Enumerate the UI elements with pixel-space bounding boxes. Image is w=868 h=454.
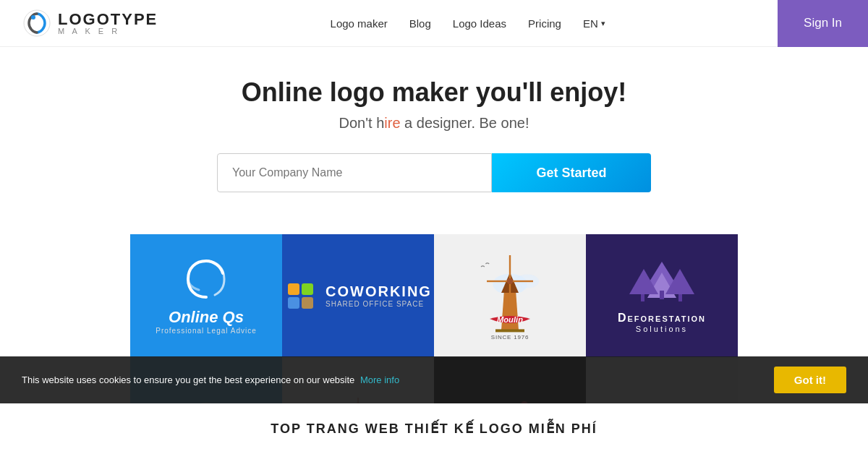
grid-cell-moulin[interactable]: Moulin SINCE 1976 [434, 234, 586, 357]
cookie-more-info-link[interactable]: More info [360, 374, 399, 385]
cookie-accept-button[interactable]: Got it! [774, 367, 846, 393]
cookie-bar: This website uses cookies to ensure you … [0, 356, 868, 403]
grid-cell-coworking[interactable]: COWORKING SHARED OFFICE SPACE [282, 234, 434, 357]
chevron-down-icon: ▾ [601, 19, 605, 28]
online-qs-swirl-icon [184, 257, 228, 301]
coworking-icon [284, 280, 317, 312]
subtitle-hire: ire [384, 115, 400, 131]
nav-links: Logo maker Blog Logo Ideas Pricing EN ▾ [331, 17, 605, 30]
nav-blog[interactable]: Blog [409, 17, 431, 30]
hero-title: Online logo maker you'll enjoy! [14, 77, 854, 108]
grid-cell-online-qs[interactable]: Online Qs Professional Legal Advice [130, 234, 282, 357]
hero-section: Online logo maker you'll enjoy! Don't hi… [0, 47, 868, 234]
nav-pricing[interactable]: Pricing [528, 17, 561, 30]
header: LOGOTYPE M A K E R Logo maker Blog Logo … [0, 0, 868, 47]
bottom-text-bar: TOP TRANG WEB THIẾT KẾ LOGO MIỄN PHÍ [0, 403, 868, 454]
svg-rect-5 [302, 297, 313, 309]
deforestation-name: Deforestation [618, 312, 706, 325]
deforestation-sub: Solutions [618, 325, 706, 333]
svg-rect-4 [288, 297, 299, 309]
search-row: Get Started [14, 153, 854, 192]
hero-subtitle: Don't hire a designer. Be one! [14, 115, 854, 132]
moulin-windmill-icon: Moulin SINCE 1976 [452, 238, 568, 354]
deforestation-logo: Deforestation Solutions [618, 258, 706, 333]
bottom-heading: TOP TRANG WEB THIẾT KẾ LOGO MIỄN PHÍ [271, 421, 597, 437]
subtitle-text-2: a designer. Be one! [401, 115, 529, 131]
svg-rect-25 [678, 294, 682, 301]
svg-point-1 [31, 15, 35, 20]
coworking-name: COWORKING [326, 283, 432, 300]
logo-bottom-text: M A K E R [58, 27, 158, 35]
nav-logo-maker[interactable]: Logo maker [331, 17, 388, 30]
svg-point-15 [507, 278, 513, 284]
svg-rect-23 [660, 291, 664, 299]
online-qs-tagline: Professional Legal Advice [156, 327, 257, 335]
deforestation-trees-icon [629, 258, 694, 309]
svg-rect-3 [302, 283, 313, 295]
coworking-text: COWORKING SHARED OFFICE SPACE [326, 283, 432, 308]
svg-text:SINCE 1976: SINCE 1976 [491, 334, 529, 340]
logo-text: LOGOTYPE M A K E R [58, 12, 158, 35]
company-name-input[interactable] [217, 153, 492, 192]
svg-rect-24 [641, 294, 644, 301]
nav-language[interactable]: EN ▾ [583, 17, 605, 30]
subtitle-text-1: Don't h [339, 115, 385, 131]
grid-cell-deforestation[interactable]: Deforestation Solutions [586, 234, 738, 357]
nav-logo-ideas[interactable]: Logo Ideas [453, 17, 506, 30]
online-qs-name: Online Qs [156, 308, 257, 327]
svg-text:Moulin: Moulin [497, 315, 523, 324]
sign-in-button[interactable]: Sign In [778, 0, 868, 47]
svg-rect-2 [288, 283, 299, 295]
get-started-button[interactable]: Get Started [492, 153, 651, 192]
online-qs-logo: Online Qs Professional Legal Advice [156, 257, 257, 335]
svg-rect-17 [495, 329, 524, 332]
logo[interactable]: LOGOTYPE M A K E R [22, 8, 158, 38]
coworking-sub: SHARED OFFICE SPACE [326, 300, 432, 308]
cookie-text: This website uses cookies to ensure you … [22, 374, 399, 385]
logo-top-text: LOGOTYPE [58, 12, 158, 27]
nav-right: Sign In [778, 0, 868, 47]
logo-icon [22, 8, 52, 38]
coworking-logo: COWORKING SHARED OFFICE SPACE [284, 280, 432, 312]
